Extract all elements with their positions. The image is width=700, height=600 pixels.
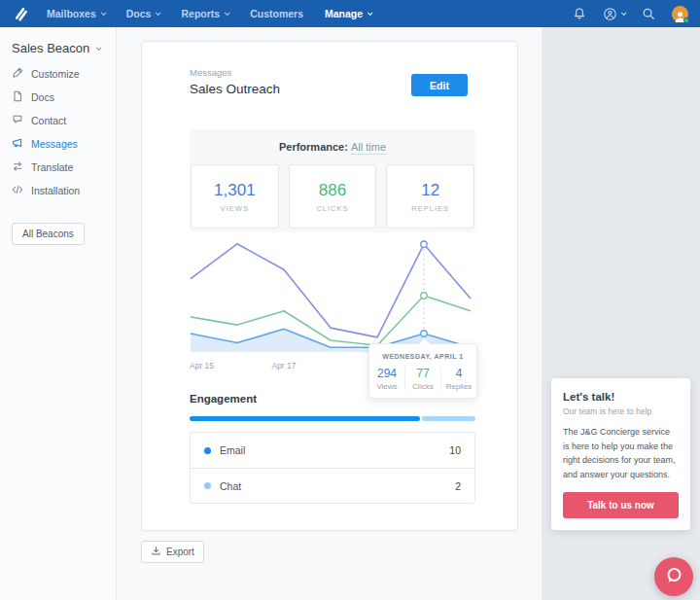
search-icon[interactable] <box>642 7 655 20</box>
performance-title: Performance: All time <box>190 141 475 153</box>
chevron-down-icon <box>101 10 107 16</box>
engagement-bar-chat-segment <box>422 416 475 421</box>
beacon-sidebar: Sales Beacon Customize Docs Contact Mess… <box>0 27 117 600</box>
tooltip-replies: 4 Replies <box>440 367 476 391</box>
sidebar-item-label: Translate <box>31 161 73 173</box>
chevron-down-icon <box>156 10 161 16</box>
user-avatar[interactable] <box>672 6 688 22</box>
megaphone-icon <box>12 137 23 151</box>
email-dot-icon <box>204 447 211 454</box>
replies-value: 12 <box>421 181 439 200</box>
stat-card-replies: 12 REPLIES <box>386 164 474 229</box>
message-report-card: Messages Sales Outreach Edit Performance… <box>141 41 518 531</box>
chevron-down-icon <box>96 45 102 51</box>
performance-panel: Performance: All time 1,301 VIEWS 886 CL… <box>190 129 475 232</box>
stat-cards: 1,301 VIEWS 886 CLICKS 12 REPLIES <box>190 164 475 229</box>
tooltip-views: 294 Views <box>369 367 404 391</box>
card-header: Messages Sales Outreach Edit <box>142 42 517 96</box>
export-label: Export <box>166 547 194 557</box>
tooltip-replies-value: 4 <box>441 367 476 380</box>
nav-customers[interactable]: Customers <box>250 8 303 19</box>
table-row-chat[interactable]: Chat 2 <box>191 468 474 503</box>
chat-dot-icon <box>204 482 211 489</box>
nav-mailboxes-label: Mailboxes <box>47 8 96 19</box>
brush-icon <box>12 67 23 81</box>
edit-button[interactable]: Edit <box>411 74 468 96</box>
online-status-dot <box>683 18 689 23</box>
sidebar-item-label: Messages <box>31 138 78 150</box>
chart-x-label: Apr 15 <box>190 361 214 371</box>
chat-count: 2 <box>455 480 461 492</box>
talk-to-us-button[interactable]: Talk to us now <box>563 492 679 518</box>
beacon-name: Sales Beacon <box>12 41 89 55</box>
beacon-preview-panel: Let's talk! Our team is here to help The… <box>542 27 700 600</box>
engagement-bar <box>190 416 475 421</box>
table-row-email[interactable]: Email 10 <box>191 433 474 468</box>
performance-label: Performance: <box>279 141 348 153</box>
chevron-down-icon <box>225 10 230 16</box>
download-icon <box>151 546 161 558</box>
helpscout-logo-icon[interactable] <box>12 5 31 22</box>
nav-manage[interactable]: Manage <box>325 8 371 19</box>
beacon-widget-title: Let's talk! <box>563 391 679 403</box>
document-icon <box>12 90 23 104</box>
tooltip-clicks-value: 77 <box>405 367 440 380</box>
email-count: 10 <box>449 444 461 456</box>
chat-label: Chat <box>220 480 241 492</box>
nav-docs[interactable]: Docs <box>126 8 160 19</box>
performance-chart-svg <box>190 238 477 355</box>
code-icon <box>12 184 23 197</box>
chevron-down-icon <box>368 10 373 16</box>
nav-customers-label: Customers <box>250 8 303 19</box>
tooltip-clicks: 77 Clicks <box>404 367 440 391</box>
tooltip-replies-label: Replies <box>441 382 476 391</box>
beacon-widget: Let's talk! Our team is here to help The… <box>551 378 690 530</box>
stat-card-clicks: 886 CLICKS <box>289 164 377 229</box>
main-content: Messages Sales Outreach Edit Performance… <box>117 27 542 600</box>
clicks-value: 886 <box>319 181 346 200</box>
sidebar-item-label: Customize <box>31 68 80 80</box>
chart-x-label: Apr 17 <box>271 361 296 371</box>
beacon-switcher[interactable]: Sales Beacon <box>12 41 116 55</box>
export-button[interactable]: Export <box>141 541 204 563</box>
views-value: 1,301 <box>214 181 256 200</box>
email-label: Email <box>220 444 245 456</box>
beacon-widget-body: The J&G Concierge service is here to hel… <box>563 425 679 481</box>
sidebar-item-messages[interactable]: Messages <box>12 137 116 151</box>
top-navbar: Mailboxes Docs Reports Customers Manage <box>0 0 700 27</box>
chart-tooltip: WEDNESDAY, APRIL 1 294 Views 77 Clicks 4… <box>368 343 477 399</box>
sidebar-item-label: Docs <box>31 91 54 103</box>
sidebar-item-label: Installation <box>31 185 80 196</box>
engagement-section: Engagement Email 10 Chat 2 <box>190 393 475 504</box>
tooltip-clicks-label: Clicks <box>405 382 440 391</box>
speech-bubble-icon <box>664 566 683 588</box>
chevron-down-icon <box>621 10 627 16</box>
sidebar-item-translate[interactable]: Translate <box>12 160 116 174</box>
beacon-launcher-button[interactable] <box>654 557 693 596</box>
nav-mailboxes[interactable]: Mailboxes <box>47 8 105 19</box>
sidebar-item-customize[interactable]: Customize <box>12 67 116 81</box>
all-beacons-button[interactable]: All Beacons <box>12 223 85 245</box>
sidebar-item-docs[interactable]: Docs <box>12 90 116 104</box>
tooltip-views-label: Views <box>369 382 404 391</box>
time-range-selector[interactable]: All time <box>351 141 386 155</box>
nav-reports-label: Reports <box>181 8 220 19</box>
sidebar-item-label: Contact <box>31 115 66 126</box>
replies-label: REPLIES <box>411 204 449 213</box>
nav-docs-label: Docs <box>126 8 152 19</box>
views-label: VIEWS <box>221 204 249 213</box>
nav-manage-label: Manage <box>325 8 363 19</box>
profile-menu-icon[interactable] <box>603 7 625 21</box>
beacon-widget-subtitle: Our team is here to help <box>563 406 679 416</box>
nav-reports[interactable]: Reports <box>181 8 228 19</box>
clicks-label: CLICKS <box>316 204 348 213</box>
sidebar-item-installation[interactable]: Installation <box>12 184 116 197</box>
swap-arrows-icon <box>12 160 23 174</box>
chat-bubble-icon <box>12 114 23 127</box>
sidebar-item-contact[interactable]: Contact <box>12 114 116 127</box>
tooltip-views-value: 294 <box>369 367 404 380</box>
stat-card-views: 1,301 VIEWS <box>191 164 279 229</box>
notifications-bell-icon[interactable] <box>573 7 586 20</box>
tooltip-date: WEDNESDAY, APRIL 1 <box>369 353 476 360</box>
engagement-table: Email 10 Chat 2 <box>190 432 475 504</box>
